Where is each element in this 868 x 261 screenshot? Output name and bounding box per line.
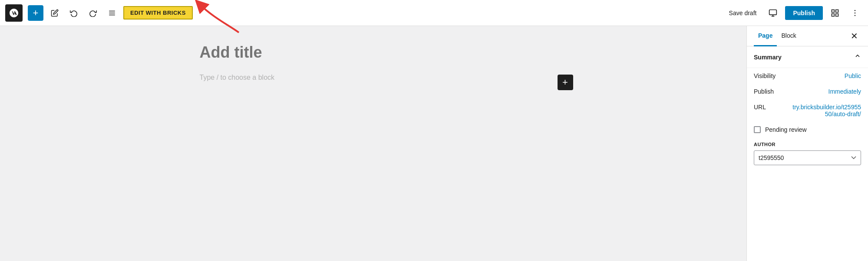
editor-content: Type / to choose a block + bbox=[200, 43, 547, 85]
post-title-input[interactable] bbox=[200, 43, 547, 70]
more-options-button[interactable] bbox=[847, 5, 863, 21]
undo-icon bbox=[70, 9, 78, 17]
publish-label: Publish bbox=[754, 88, 774, 95]
visibility-row: Visibility Public bbox=[747, 68, 868, 84]
editor-area: Type / to choose a block + bbox=[0, 26, 746, 261]
pencil-icon bbox=[51, 9, 59, 17]
editor-canvas: Type / to choose a block + bbox=[200, 43, 547, 85]
list-view-button[interactable] bbox=[104, 5, 120, 21]
tab-block[interactable]: Block bbox=[777, 26, 800, 46]
svg-point-11 bbox=[855, 10, 856, 11]
save-draft-button[interactable]: Save draft bbox=[725, 7, 761, 19]
summary-section: Summary Visibility Public Publish Immedi… bbox=[747, 46, 868, 170]
svg-rect-9 bbox=[836, 13, 838, 16]
summary-collapse-button[interactable] bbox=[854, 52, 861, 62]
toolbar: + EDIT WITH BRICKS Save draft Publish bbox=[0, 0, 868, 26]
url-label: URL bbox=[754, 104, 766, 111]
pending-review-row: Pending review bbox=[747, 122, 868, 137]
pending-review-label: Pending review bbox=[765, 126, 807, 133]
summary-header: Summary bbox=[747, 46, 868, 68]
url-row: URL try.bricksbuilder.io/t2595550/auto-d… bbox=[747, 99, 868, 122]
redo-icon bbox=[89, 9, 97, 17]
monitor-icon bbox=[769, 9, 777, 17]
sidebar-close-button[interactable]: ✕ bbox=[847, 29, 861, 43]
author-section-label: AUTHOR bbox=[754, 142, 861, 147]
svg-rect-7 bbox=[832, 10, 835, 12]
add-block-toolbar-button[interactable]: + bbox=[28, 5, 43, 21]
publish-value[interactable]: Immediately bbox=[828, 88, 861, 95]
svg-rect-4 bbox=[769, 10, 777, 15]
wordpress-logo bbox=[5, 4, 23, 22]
url-value[interactable]: try.bricksbuilder.io/t2595550/auto-draft… bbox=[792, 104, 861, 117]
sidebar-tabs: Page Block ✕ bbox=[747, 26, 868, 46]
publish-button[interactable]: Publish bbox=[785, 6, 823, 20]
author-select[interactable]: t2595550 bbox=[754, 150, 861, 165]
settings-icon bbox=[831, 9, 839, 17]
visibility-value[interactable]: Public bbox=[845, 72, 861, 79]
pending-review-checkbox[interactable] bbox=[754, 126, 761, 133]
tab-page[interactable]: Page bbox=[754, 26, 777, 46]
svg-point-12 bbox=[855, 12, 856, 13]
author-section: AUTHOR t2595550 bbox=[747, 137, 868, 170]
svg-rect-10 bbox=[832, 13, 835, 16]
undo-button[interactable] bbox=[66, 5, 82, 21]
visibility-label: Visibility bbox=[754, 72, 776, 79]
main-layout: Type / to choose a block + Page Block ✕ … bbox=[0, 26, 868, 261]
svg-rect-8 bbox=[836, 10, 838, 12]
list-view-icon bbox=[108, 9, 116, 17]
summary-title: Summary bbox=[754, 54, 782, 61]
svg-point-13 bbox=[855, 15, 856, 16]
chevron-up-icon bbox=[854, 52, 861, 59]
toolbar-right: Save draft Publish bbox=[725, 5, 863, 21]
edit-pen-button[interactable] bbox=[47, 5, 63, 21]
add-block-button[interactable]: + bbox=[558, 75, 573, 90]
right-sidebar: Page Block ✕ Summary Visibility Public P… bbox=[746, 26, 868, 261]
block-placeholder: Type / to choose a block bbox=[200, 70, 547, 85]
preview-button[interactable] bbox=[765, 5, 781, 21]
more-vertical-icon bbox=[851, 9, 859, 17]
settings-button[interactable] bbox=[827, 5, 843, 21]
edit-with-bricks-button[interactable]: EDIT WITH BRICKS bbox=[123, 6, 193, 20]
wp-logo-icon bbox=[9, 8, 19, 18]
redo-button[interactable] bbox=[85, 5, 101, 21]
publish-row: Publish Immediately bbox=[747, 84, 868, 99]
